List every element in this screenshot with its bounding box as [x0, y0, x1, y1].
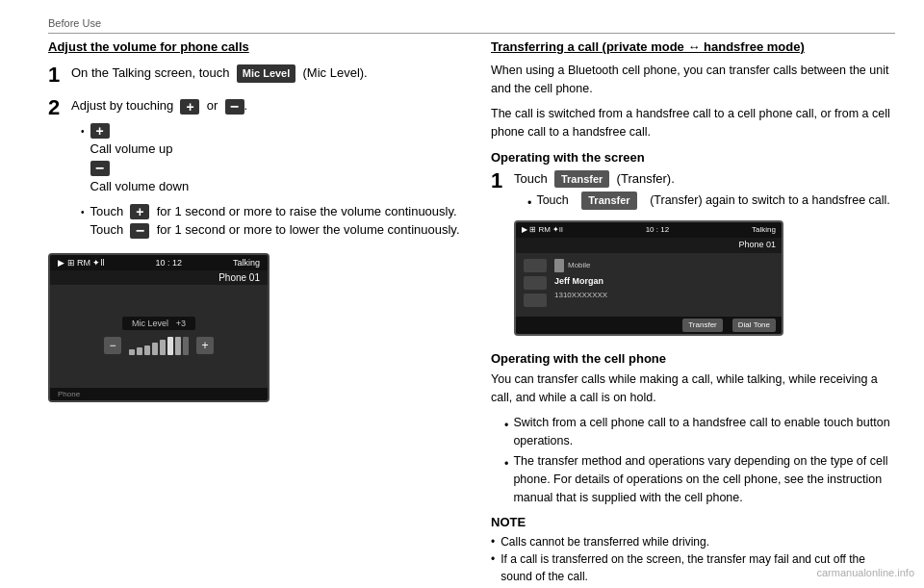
bullet-1-label: Call volume up: [90, 141, 173, 156]
vol-bar-5: [160, 340, 166, 355]
vol-bar-8: [183, 337, 189, 355]
ts-phone-title: Phone 01: [738, 240, 776, 249]
content-area: Adjust the volume for phone calls 1 On t…: [48, 39, 895, 585]
step-1: 1 On the Talking screen, touch Mic Level…: [48, 64, 462, 87]
step-2-bullets: • + Call volume up − Call volume down: [81, 121, 462, 240]
note-text-1: Calls cannot be transferred while drivin…: [500, 533, 709, 550]
sub-bullet-touch: Touch: [536, 192, 568, 210]
screen-controls: − +: [104, 336, 214, 355]
bullet-3-touch: Touch: [90, 204, 124, 218]
ts-status-text: Talking: [752, 224, 776, 236]
minus-icon-1: −: [90, 161, 110, 176]
right-para-2: The call is switched from a handsfree ca…: [491, 105, 895, 142]
right-column: Transferring a call (private mode ↔ hand…: [491, 39, 895, 585]
sub-bullet-dot: •: [527, 194, 531, 213]
operating-cell-title: Operating with the cell phone: [491, 351, 895, 366]
mic-level-badge: Mic Level: [237, 64, 296, 83]
dial-tone-btn: Dial Tone: [732, 319, 776, 332]
bullet-3-touch2: Touch: [90, 222, 124, 237]
sub-bullet-suffix: (Transfer) again to switch to a handsfre…: [650, 192, 890, 210]
transfer-badge-2: Transfer: [581, 192, 636, 210]
page-header-label: Before Use: [48, 17, 895, 34]
note-dot-2: •: [491, 550, 495, 585]
ts-time: 10 : 12: [646, 224, 669, 236]
step-2-or: or: [207, 98, 218, 113]
mic-level-label: Mic Level: [132, 319, 168, 328]
bullet-1-dot: •: [81, 124, 85, 139]
step-1-content: On the Talking screen, touch Mic Level (…: [71, 64, 462, 83]
ts-mobile-row: Mobile: [554, 259, 774, 272]
screen-phone-label: Phone 01: [218, 272, 260, 283]
bullet-3: • Touch + for 1 second or more to raise …: [81, 202, 462, 240]
cell-bullet-1-text: Switch from a cell phone call to a hands…: [513, 414, 895, 450]
bullet-3-content: Touch + for 1 second or more to raise th…: [90, 202, 460, 240]
ts-content: Mobile Jeff Morgan 1310XXXXXXX: [516, 253, 782, 313]
bullet-2-label: Call volume down: [90, 179, 190, 193]
cell-bullet-2: • The transfer method and operations var…: [504, 452, 895, 506]
minus-icon-2: −: [130, 223, 149, 239]
ts-bottombar: Transfer Dial Tone: [516, 317, 782, 334]
ts-contact-number: 1310XXXXXXX: [554, 290, 774, 301]
page-wrapper: Before Use Adjust the volume for phone c…: [0, 0, 924, 588]
ts-mobile-label: Mobile: [568, 260, 591, 271]
bullet-1: • + Call volume up − Call volume down: [81, 121, 462, 196]
screen-image: ▶ ⊞ RM ✦ll 10 : 12 Talking Phone 01 Mic …: [48, 253, 270, 402]
sub-bullet-1: • Touch Transfer (Transfer) again to swi…: [527, 192, 890, 213]
vol-bar-1: [129, 349, 135, 355]
cell-bullet-1: • Switch from a cell phone call to a han…: [504, 414, 895, 450]
ts-status: ▶ ⊞ RM ✦ll: [522, 224, 563, 236]
mic-level-value: +3: [176, 319, 186, 328]
ts-icon-1: [524, 259, 547, 272]
step-2-text: Adjust by touching: [71, 98, 173, 113]
screen-body: Mic Level +3 −: [50, 285, 268, 388]
mic-level-box: Mic Level +3: [122, 317, 195, 330]
screen-status-icons: ▶ ⊞ RM ✦ll: [58, 258, 105, 268]
screen-title-bar: Phone 01: [50, 270, 268, 285]
ts-left-icons: [524, 259, 547, 307]
right-section-title: Transferring a call (private mode ↔ hand…: [491, 39, 895, 54]
cell-bullet-2-dot: •: [504, 455, 508, 473]
plus-icon-1: +: [90, 123, 110, 139]
ts-contact-name: Jeff Morgan: [554, 275, 774, 289]
ts-main-content: Mobile Jeff Morgan 1310XXXXXXX: [554, 259, 774, 307]
ts-topbar: ▶ ⊞ RM ✦ll 10 : 12 Talking: [516, 222, 782, 238]
transfer-screen-btn: Transfer: [682, 319, 723, 332]
right-step-1-suffix: (Transfer).: [617, 171, 675, 186]
ts-title-bar: Phone 01: [516, 238, 782, 253]
mobile-icon: [554, 259, 564, 272]
right-step-1-touch: Touch: [514, 171, 548, 186]
left-section-title: Adjust the volume for phone calls: [48, 39, 462, 54]
vol-bar-4: [152, 343, 158, 355]
vol-bar-6: [167, 337, 173, 355]
watermark: carmanualonline.info: [816, 567, 914, 578]
screen-status-text: Talking: [233, 258, 260, 268]
screen-time: 10 : 12: [155, 258, 182, 268]
bullet-3-text1: for 1 second or more to raise the volume…: [157, 204, 457, 218]
cell-bullet-1-dot: •: [504, 417, 508, 435]
screen-bottom-label: Phone: [58, 390, 80, 398]
screen-topbar: ▶ ⊞ RM ✦ll 10 : 12 Talking: [50, 255, 268, 270]
cell-para: You can transfer calls while making a ca…: [491, 371, 895, 408]
left-column: Adjust the volume for phone calls 1 On t…: [48, 39, 462, 585]
screen-bottom-bar: Phone: [50, 388, 268, 400]
minus-button-icon: −: [225, 99, 244, 115]
volume-bars: [129, 336, 189, 355]
operating-screen-title: Operating with the screen: [491, 150, 895, 165]
transfer-badge-1: Transfer: [554, 170, 609, 189]
screen-minus-btn: −: [104, 337, 121, 354]
right-step-1-number: 1: [491, 169, 508, 192]
step-1-number: 1: [48, 64, 65, 87]
right-para-1: When using a Bluetooth cell phone, you c…: [491, 62, 895, 99]
bullet-3-text2: for 1 second or more to lower the volume…: [157, 222, 460, 237]
vol-bar-2: [137, 347, 142, 355]
ts-icon-3: [524, 294, 547, 307]
vol-bar-3: [144, 345, 150, 355]
note-title: NOTE: [491, 515, 895, 529]
step-2: 2 Adjust by touching + or −. • + Call vo…: [48, 96, 462, 243]
bullet-1-content: + Call volume up − Call volume down: [90, 121, 190, 196]
step-2-content: Adjust by touching + or −. • + Call volu…: [71, 96, 462, 243]
screen-plus-btn: +: [196, 337, 214, 354]
step-1-text: On the Talking screen, touch: [71, 65, 230, 80]
bullet-3-dot: •: [81, 205, 85, 219]
plus-button-icon: +: [180, 99, 199, 115]
